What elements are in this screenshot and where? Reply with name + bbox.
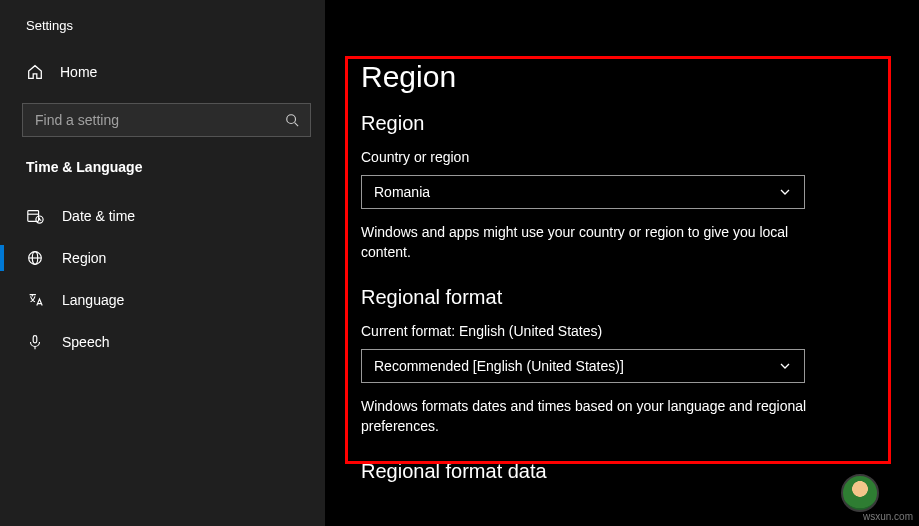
page-title: Region	[361, 60, 889, 94]
region-section-title: Region	[361, 112, 889, 135]
country-region-dropdown[interactable]: Romania	[361, 175, 805, 209]
nav-item-date-time[interactable]: Date & time	[0, 195, 325, 237]
app-title: Settings	[0, 18, 325, 55]
category-title: Time & Language	[0, 155, 325, 195]
svg-point-0	[287, 115, 296, 124]
nav-item-label: Date & time	[62, 208, 135, 224]
search-input[interactable]	[35, 112, 284, 128]
search-box[interactable]	[22, 103, 311, 137]
svg-line-1	[295, 123, 299, 127]
nav-item-region[interactable]: Region	[0, 237, 325, 279]
nav-home[interactable]: Home	[0, 55, 325, 89]
globe-icon	[26, 249, 44, 267]
svg-rect-2	[28, 211, 39, 222]
country-region-selected: Romania	[374, 184, 430, 200]
microphone-icon	[26, 333, 44, 351]
nav-item-label: Language	[62, 292, 124, 308]
regional-format-section-title: Regional format	[361, 286, 889, 309]
svg-rect-8	[33, 336, 37, 343]
country-region-label: Country or region	[361, 149, 889, 165]
nav-item-label: Speech	[62, 334, 109, 350]
regional-format-selected: Recommended [English (United States)]	[374, 358, 624, 374]
main-content: Region Region Country or region Romania …	[325, 0, 919, 526]
search-icon	[284, 112, 300, 128]
nav-item-language[interactable]: Language	[0, 279, 325, 321]
nav-home-label: Home	[60, 64, 97, 80]
regional-format-description: Windows formats dates and times based on…	[361, 397, 821, 436]
chevron-down-icon	[778, 359, 792, 373]
watermark: wsxun.com	[863, 511, 913, 522]
region-description: Windows and apps might use your country …	[361, 223, 821, 262]
current-format-label: Current format: English (United States)	[361, 323, 889, 339]
language-icon	[26, 291, 44, 309]
nav-item-label: Region	[62, 250, 106, 266]
sidebar: Settings Home Time & Language D	[0, 0, 325, 526]
chevron-down-icon	[778, 185, 792, 199]
calendar-clock-icon	[26, 207, 44, 225]
nav-item-speech[interactable]: Speech	[0, 321, 325, 363]
regional-format-dropdown[interactable]: Recommended [English (United States)]	[361, 349, 805, 383]
home-icon	[26, 63, 44, 81]
regional-format-data-section-title: Regional format data	[361, 460, 889, 483]
